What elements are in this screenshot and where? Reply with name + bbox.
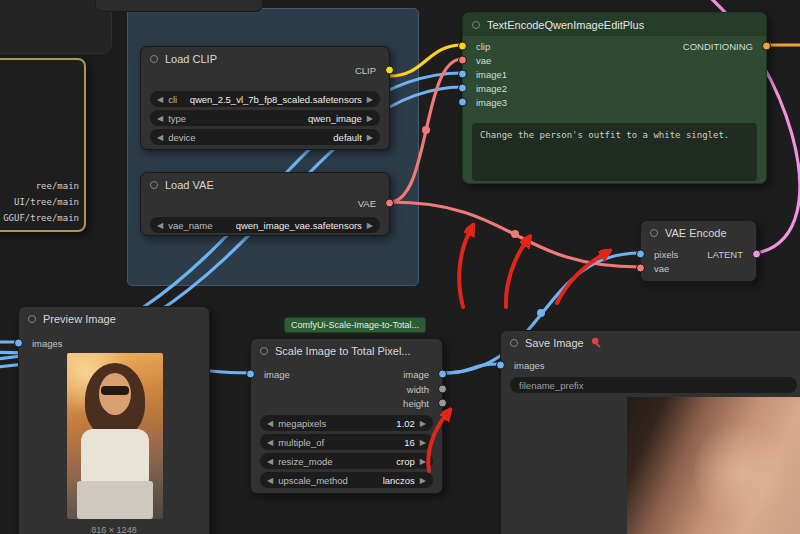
node-save-image[interactable]: Save Image images filename_prefix [500, 330, 800, 534]
widget-label: megapixels [278, 418, 326, 429]
images-input-port[interactable] [496, 361, 505, 370]
port-label: height [403, 398, 429, 409]
vae-input-port[interactable] [636, 264, 645, 273]
node-header[interactable]: VAE Encode [641, 221, 756, 244]
combo-left-icon[interactable]: ◀ [267, 438, 273, 447]
node-title: VAE Encode [665, 227, 727, 239]
widget-value: qwen_image_vae.safetensors [236, 220, 362, 231]
widget-clip-name[interactable]: ◀ cli qwen_2.5_vl_7b_fp8_scaled.safetens… [150, 91, 380, 107]
combo-right-icon[interactable]: ▶ [420, 419, 426, 428]
combo-right-icon[interactable]: ▶ [367, 221, 373, 230]
widget-label: filename_prefix [519, 380, 583, 391]
red-arrow [459, 231, 470, 307]
node-preview-image[interactable]: Preview Image images 816 × 1248 [18, 306, 210, 534]
combo-right-icon[interactable]: ▶ [420, 438, 426, 447]
combo-right-icon[interactable]: ▶ [420, 457, 426, 466]
note-links: ree/main UI/tree/main GGUF/tree/main [0, 178, 79, 226]
thumb-sunglasses [101, 386, 129, 395]
port-label: vae [476, 55, 491, 66]
node-title: TextEncodeQwenImageEditPlus [487, 19, 644, 31]
images-input-port[interactable] [14, 339, 23, 348]
collapse-icon[interactable] [260, 347, 268, 355]
node-title: Preview Image [43, 313, 116, 325]
collapse-icon[interactable] [28, 315, 36, 323]
node-note[interactable]: ree/main UI/tree/main GGUF/tree/main [0, 58, 86, 232]
node-header[interactable]: Save Image [501, 331, 800, 354]
conditioning-output-port[interactable] [762, 42, 771, 51]
widget-value: lanczos [383, 475, 415, 486]
node-header[interactable]: Scale Image to Total Pixel... [251, 339, 442, 362]
port-label: vae [654, 263, 669, 274]
link-dot [511, 230, 519, 238]
preview-thumbnail[interactable] [67, 353, 163, 519]
combo-left-icon[interactable]: ◀ [157, 133, 163, 142]
node-title: Save Image [525, 337, 584, 349]
combo-left-icon[interactable]: ◀ [267, 476, 273, 485]
widget-megapixels[interactable]: ◀ megapixels 1.02 ▶ [260, 415, 433, 431]
port-label: images [32, 338, 63, 349]
node-load-clip[interactable]: Load CLIP CLIP ◀ cli qwen_2.5_vl_7b_fp8_… [140, 46, 390, 150]
node-text-encode-qwen[interactable]: TextEncodeQwenImageEditPlus clip CONDITI… [462, 12, 767, 184]
combo-right-icon[interactable]: ▶ [367, 95, 373, 104]
combo-left-icon[interactable]: ◀ [267, 419, 273, 428]
node-header[interactable]: Load VAE [141, 173, 389, 196]
combo-left-icon[interactable]: ◀ [267, 457, 273, 466]
node-graph-canvas[interactable]: ree/main UI/tree/main GGUF/tree/main Loa… [0, 0, 800, 534]
image-output-port[interactable] [438, 370, 447, 379]
port-label: images [514, 360, 545, 371]
note-line: GGUF/tree/main [0, 210, 79, 226]
widget-device[interactable]: ◀ device default ▶ [150, 129, 380, 145]
width-output-port[interactable] [438, 385, 447, 394]
image2-input-port[interactable] [458, 84, 467, 93]
combo-left-icon[interactable]: ◀ [157, 221, 163, 230]
node-scale-image[interactable]: Scale Image to Total Pixel... image imag… [250, 338, 443, 494]
combo-right-icon[interactable]: ▶ [367, 133, 373, 142]
saved-image-preview[interactable] [627, 397, 800, 534]
combo-right-icon[interactable]: ▶ [367, 114, 373, 123]
combo-right-icon[interactable]: ▶ [420, 476, 426, 485]
combo-left-icon[interactable]: ◀ [157, 114, 163, 123]
clip-output-port[interactable] [385, 66, 394, 75]
collapse-icon[interactable] [150, 55, 158, 63]
pin-icon[interactable] [591, 337, 603, 349]
port-label: image3 [476, 97, 507, 108]
widget-multiple-of[interactable]: ◀ multiple_of 16 ▶ [260, 434, 433, 450]
vae-output-port[interactable] [385, 199, 394, 208]
node-header[interactable]: Preview Image [19, 307, 209, 330]
prompt-textarea[interactable]: Change the person's outfit to a white si… [472, 123, 757, 181]
widget-type[interactable]: ◀ type qwen_image ▶ [150, 110, 380, 126]
widget-vae-name[interactable]: ◀ vae_name qwen_image_vae.safetensors ▶ [150, 217, 380, 233]
latent-output-port[interactable] [752, 250, 761, 259]
widget-resize-mode[interactable]: ◀ resize_mode crop ▶ [260, 453, 433, 469]
port-label: LATENT [707, 249, 743, 260]
collapse-icon[interactable] [650, 229, 658, 237]
collapse-icon[interactable] [510, 339, 518, 347]
port-label: CLIP [355, 65, 376, 76]
red-arrow [557, 254, 604, 303]
port-label: width [407, 384, 429, 395]
collapse-icon[interactable] [150, 181, 158, 189]
combo-left-icon[interactable]: ◀ [157, 95, 163, 104]
widget-value: qwen_image [308, 113, 362, 124]
widget-value: qwen_2.5_vl_7b_fp8_scaled.safetensors [190, 94, 362, 105]
port-label: VAE [358, 198, 376, 209]
node-load-vae[interactable]: Load VAE VAE ◀ vae_name qwen_image_vae.s… [140, 172, 390, 236]
image1-input-port[interactable] [458, 70, 467, 79]
port-label: CONDITIONING [683, 41, 753, 52]
red-arrow [506, 242, 526, 307]
collapse-icon[interactable] [472, 21, 480, 29]
widget-value: crop [396, 456, 414, 467]
link-dot [422, 126, 430, 134]
image3-input-port[interactable] [458, 98, 467, 107]
image-dimensions: 816 × 1248 [19, 525, 209, 534]
vae-input-port[interactable] [458, 56, 467, 65]
widget-filename-prefix[interactable]: filename_prefix [510, 377, 797, 393]
link-dot [537, 309, 545, 317]
node-vae-encode[interactable]: VAE Encode pixels LATENT vae [640, 220, 757, 282]
height-output-port[interactable] [438, 399, 447, 408]
clipped-node-top[interactable] [95, 0, 263, 12]
node-title: Load VAE [165, 179, 214, 191]
widget-label: multiple_of [278, 437, 324, 448]
widget-upscale-method[interactable]: ◀ upscale_method lanczos ▶ [260, 472, 433, 488]
node-header[interactable]: TextEncodeQwenImageEditPlus [463, 13, 766, 36]
